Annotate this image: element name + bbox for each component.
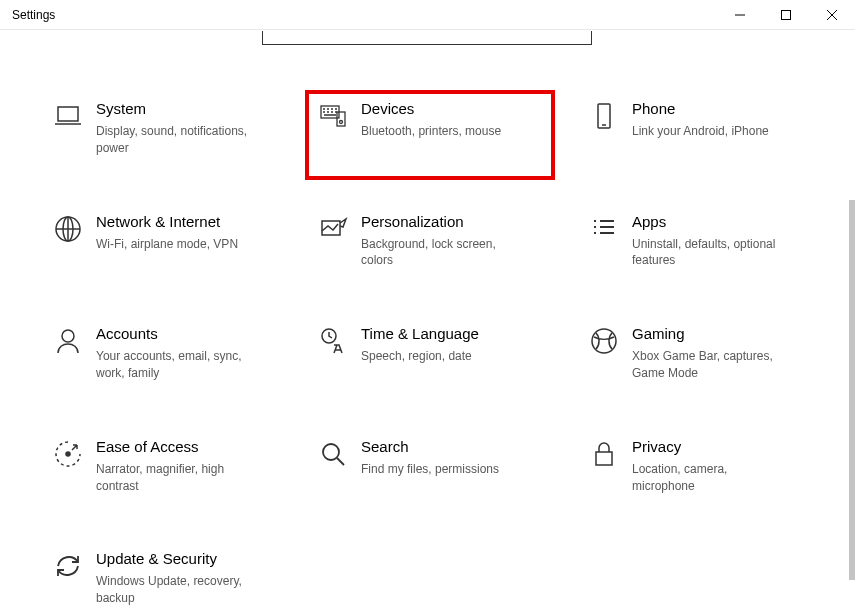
maximize-icon (781, 10, 791, 20)
svg-point-11 (592, 329, 616, 353)
devices-icon (311, 100, 355, 144)
tile-accounts[interactable]: Accounts Your accounts, email, sync, wor… (46, 325, 303, 382)
tile-title: Time & Language (361, 325, 479, 343)
tile-title: Privacy (632, 438, 792, 456)
tile-desc: Location, camera, microphone (632, 461, 792, 495)
tile-title: Update & Security (96, 550, 256, 568)
tile-desc: Display, sound, notifications, power (96, 123, 256, 157)
tile-phone[interactable]: Phone Link your Android, iPhone (582, 100, 842, 157)
search-input[interactable] (262, 31, 592, 45)
tile-title: Accounts (96, 325, 256, 343)
svg-point-13 (323, 444, 339, 460)
tile-network[interactable]: Network & Internet Wi-Fi, airplane mode,… (46, 213, 303, 270)
paint-icon (311, 213, 355, 257)
time-language-icon (311, 325, 355, 369)
ease-icon (46, 438, 90, 482)
close-button[interactable] (809, 0, 855, 30)
tile-desc: Background, lock screen, colors (361, 236, 521, 270)
tile-search[interactable]: Search Find my files, permissions (311, 438, 574, 495)
tile-desc: Link your Android, iPhone (632, 123, 769, 140)
tile-title: Apps (632, 213, 792, 231)
tile-title: Personalization (361, 213, 521, 231)
apps-icon (582, 213, 626, 257)
tile-privacy[interactable]: Privacy Location, camera, microphone (582, 438, 842, 495)
settings-grid: System Display, sound, notifications, po… (46, 100, 826, 607)
window-controls (717, 0, 855, 30)
laptop-icon (46, 100, 90, 144)
tile-title: Devices (361, 100, 501, 118)
tile-title: Search (361, 438, 499, 456)
tile-desc: Windows Update, recovery, backup (96, 573, 256, 607)
tile-devices[interactable]: Devices Bluetooth, printers, mouse (311, 100, 574, 157)
svg-point-4 (340, 121, 343, 124)
tile-personalization[interactable]: Personalization Background, lock screen,… (311, 213, 574, 270)
lock-icon (582, 438, 626, 482)
tile-desc: Xbox Game Bar, captures, Game Mode (632, 348, 792, 382)
titlebar: Settings (0, 0, 855, 30)
minimize-icon (735, 10, 745, 20)
phone-icon (582, 100, 626, 144)
gaming-icon (582, 325, 626, 369)
search-icon (311, 438, 355, 482)
tile-system[interactable]: System Display, sound, notifications, po… (46, 100, 303, 157)
scrollbar[interactable] (849, 200, 855, 580)
tile-desc: Uninstall, defaults, optional features (632, 236, 792, 270)
close-icon (827, 10, 837, 20)
svg-rect-0 (782, 10, 791, 19)
svg-point-12 (66, 452, 70, 456)
tile-desc: Narrator, magnifier, high contrast (96, 461, 256, 495)
tile-title: Ease of Access (96, 438, 256, 456)
tile-gaming[interactable]: Gaming Xbox Game Bar, captures, Game Mod… (582, 325, 842, 382)
maximize-button[interactable] (763, 0, 809, 30)
tile-apps[interactable]: Apps Uninstall, defaults, optional featu… (582, 213, 842, 270)
tile-desc: Find my files, permissions (361, 461, 499, 478)
person-icon (46, 325, 90, 369)
tile-title: Gaming (632, 325, 792, 343)
globe-icon (46, 213, 90, 257)
tile-ease-of-access[interactable]: Ease of Access Narrator, magnifier, high… (46, 438, 303, 495)
tile-time[interactable]: Time & Language Speech, region, date (311, 325, 574, 382)
update-icon (46, 550, 90, 594)
minimize-button[interactable] (717, 0, 763, 30)
tile-desc: Bluetooth, printers, mouse (361, 123, 501, 140)
tile-desc: Your accounts, email, sync, work, family (96, 348, 256, 382)
window-title: Settings (12, 8, 55, 22)
tile-desc: Wi-Fi, airplane mode, VPN (96, 236, 238, 253)
tile-update[interactable]: Update & Security Windows Update, recove… (46, 550, 303, 607)
tile-title: System (96, 100, 256, 118)
tile-desc: Speech, region, date (361, 348, 479, 365)
svg-point-9 (62, 330, 74, 342)
svg-rect-14 (596, 452, 612, 465)
svg-rect-1 (58, 107, 78, 121)
tile-title: Phone (632, 100, 769, 118)
tile-title: Network & Internet (96, 213, 238, 231)
